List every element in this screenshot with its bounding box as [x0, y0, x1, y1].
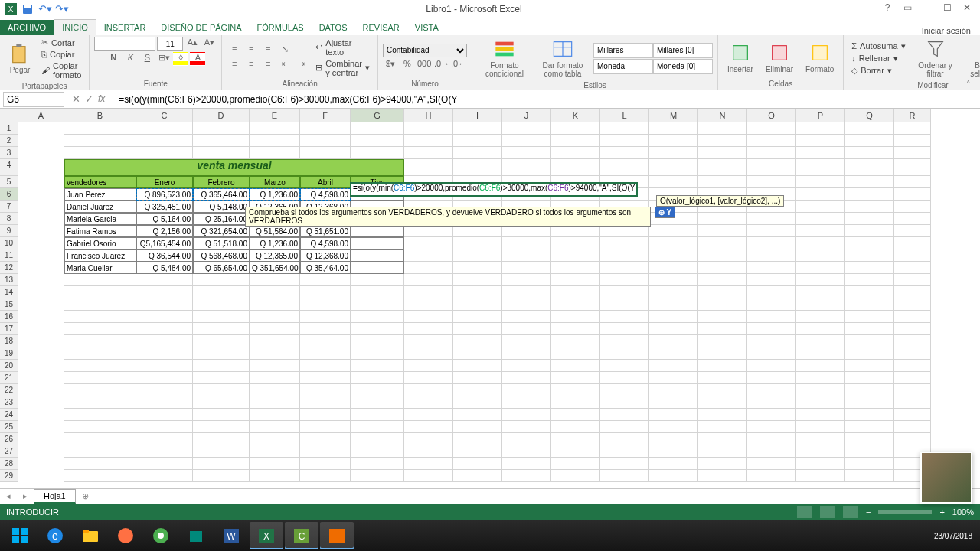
cell[interactable]	[351, 396, 404, 409]
cell[interactable]	[404, 384, 453, 396]
cell[interactable]	[193, 470, 250, 482]
cell[interactable]	[894, 286, 931, 298]
cell[interactable]	[894, 147, 931, 159]
cell[interactable]	[845, 286, 894, 298]
cell[interactable]	[404, 249, 453, 262]
cell[interactable]	[551, 396, 600, 409]
style-moneda[interactable]: Moneda	[593, 59, 653, 74]
cell[interactable]: Enero	[136, 176, 193, 188]
cell[interactable]: Febrero	[193, 176, 250, 188]
cell[interactable]	[649, 159, 698, 176]
cell[interactable]	[250, 122, 300, 135]
cut-button[interactable]: ✂Cortar	[38, 37, 84, 48]
cell[interactable]	[551, 159, 600, 176]
cell[interactable]	[747, 159, 796, 176]
cell[interactable]	[64, 445, 136, 458]
cell[interactable]	[649, 445, 698, 458]
cell[interactable]	[747, 274, 796, 286]
cell[interactable]	[894, 249, 931, 262]
cell[interactable]	[698, 470, 747, 482]
cell[interactable]: Q 365,464.00	[193, 188, 250, 201]
cell[interactable]	[300, 433, 351, 445]
cell[interactable]	[351, 122, 404, 135]
cell[interactable]	[845, 360, 894, 372]
cell[interactable]	[845, 347, 894, 360]
cell[interactable]	[649, 335, 698, 347]
cell[interactable]	[250, 311, 300, 323]
collapse-ribbon-icon[interactable]: ˄	[966, 80, 977, 90]
cell[interactable]	[796, 274, 845, 286]
cell[interactable]	[747, 225, 796, 237]
align-top-icon[interactable]: ≡	[227, 44, 242, 57]
cell[interactable]	[796, 396, 845, 409]
tab-file[interactable]: ARCHIVO	[0, 20, 54, 35]
tab-layout[interactable]: DISEÑO DE PÁGINA	[153, 20, 249, 35]
cell[interactable]	[502, 225, 551, 237]
insert-cells-button[interactable]: Insertar	[723, 41, 758, 75]
col-head[interactable]: D	[193, 109, 250, 122]
cell[interactable]	[698, 286, 747, 298]
cell[interactable]	[894, 396, 931, 409]
cell[interactable]	[351, 311, 404, 323]
row-head[interactable]: 3	[0, 147, 18, 159]
cell[interactable]	[64, 396, 136, 409]
cell[interactable]	[747, 458, 796, 470]
cell[interactable]	[551, 384, 600, 396]
clear-button[interactable]: ◇Borrar▾	[848, 65, 908, 77]
cell[interactable]	[250, 347, 300, 360]
cell[interactable]	[747, 372, 796, 384]
cell[interactable]	[845, 458, 894, 470]
cell[interactable]	[404, 225, 453, 237]
cell[interactable]	[404, 372, 453, 384]
cell[interactable]	[796, 360, 845, 372]
minimize-icon[interactable]: —	[920, 2, 934, 16]
cell[interactable]	[698, 360, 747, 372]
align-bottom-icon[interactable]: ≡	[260, 44, 276, 57]
cell[interactable]	[796, 213, 845, 225]
cell[interactable]	[698, 274, 747, 286]
cell[interactable]	[698, 176, 747, 188]
cell[interactable]: Q 896,523.00	[136, 188, 193, 201]
cell[interactable]	[796, 135, 845, 147]
cell[interactable]	[649, 286, 698, 298]
cell[interactable]	[796, 298, 845, 311]
sheet-tab[interactable]: Hoja1	[34, 489, 76, 504]
zoom-level[interactable]: 100%	[952, 507, 974, 517]
cell[interactable]	[894, 225, 931, 237]
cell[interactable]	[600, 122, 649, 135]
cell[interactable]	[698, 421, 747, 433]
cell[interactable]	[894, 335, 931, 347]
cell[interactable]	[64, 433, 136, 445]
store-icon[interactable]	[179, 522, 213, 549]
cell[interactable]	[845, 311, 894, 323]
cell[interactable]	[300, 274, 351, 286]
cell[interactable]	[845, 470, 894, 482]
cell[interactable]	[18, 311, 64, 323]
cell[interactable]	[894, 122, 931, 135]
cell[interactable]	[250, 274, 300, 286]
italic-button[interactable]: K	[122, 52, 138, 66]
cell[interactable]	[250, 286, 300, 298]
row-head[interactable]: 22	[0, 384, 18, 396]
camtasia-icon[interactable]: C	[285, 522, 318, 549]
cell[interactable]	[404, 335, 453, 347]
cell[interactable]	[453, 470, 502, 482]
cell[interactable]	[796, 421, 845, 433]
currency-icon[interactable]: $▾	[383, 58, 398, 72]
tab-formulas[interactable]: FÓRMULAS	[250, 20, 312, 35]
cell[interactable]	[845, 201, 894, 213]
percent-icon[interactable]: %	[400, 58, 415, 72]
cell[interactable]	[193, 286, 250, 298]
cell[interactable]: Maria Cuellar	[64, 262, 136, 274]
cell[interactable]	[600, 311, 649, 323]
cell[interactable]	[551, 409, 600, 421]
cell[interactable]	[453, 323, 502, 335]
view-layout-icon[interactable]	[820, 506, 835, 518]
row-head[interactable]: 18	[0, 335, 18, 347]
cell[interactable]	[551, 147, 600, 159]
row-head[interactable]: 13	[0, 274, 18, 286]
align-right-icon[interactable]: ≡	[260, 58, 276, 72]
cell[interactable]	[845, 225, 894, 237]
redo-icon[interactable]: ↷▾	[55, 3, 67, 15]
cell[interactable]	[747, 323, 796, 335]
